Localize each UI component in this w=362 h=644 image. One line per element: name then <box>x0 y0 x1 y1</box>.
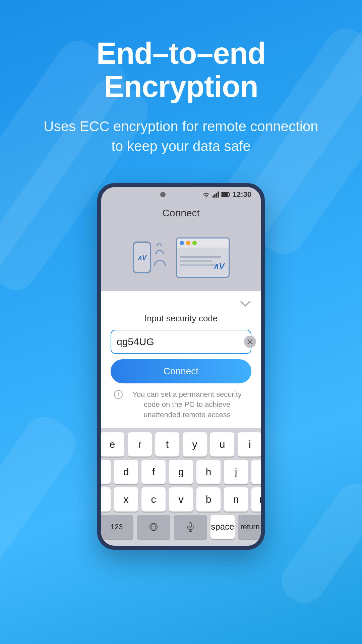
phone-mockup: 12:30 Connect ∧V <box>97 183 265 550</box>
desktop-window: ∧V <box>176 237 230 278</box>
hero-subtitle: Uses ECC encryption for remote connectio… <box>27 117 335 156</box>
microphone-icon <box>187 522 194 532</box>
key-123[interactable]: 123 <box>100 515 133 539</box>
svg-rect-0 <box>213 196 214 198</box>
phone-container: 12:30 Connect ∧V <box>0 183 362 550</box>
globe-icon <box>149 522 158 532</box>
key-r[interactable]: r <box>128 432 152 457</box>
key-m[interactable]: m <box>251 487 265 512</box>
key-space[interactable]: space <box>210 515 235 539</box>
key-e[interactable]: e <box>100 432 124 457</box>
info-icon: i <box>114 390 123 399</box>
battery-icon <box>221 192 231 197</box>
dialog-title: Input security code <box>111 313 251 324</box>
keyboard-row-3: z x c v b n m <box>103 487 259 512</box>
key-u[interactable]: u <box>210 432 234 457</box>
clear-input-button[interactable] <box>244 336 256 348</box>
svg-rect-1 <box>214 194 216 198</box>
signal-animation <box>157 243 166 272</box>
svg-rect-2 <box>216 193 217 198</box>
connect-illustration: ∧V <box>101 224 261 291</box>
hint-text: You can set a permanent security code on… <box>126 389 248 420</box>
keyboard-row-4: 123 <box>103 515 259 539</box>
svg-rect-16 <box>189 523 192 527</box>
hint-row: i You can set a permanent security code … <box>111 388 251 422</box>
av-logo-phone: ∧V <box>137 254 146 262</box>
key-t[interactable]: t <box>155 432 179 457</box>
key-z[interactable]: z <box>97 487 111 512</box>
key-return[interactable]: return <box>238 515 262 539</box>
key-f[interactable]: f <box>141 460 166 484</box>
key-i[interactable]: i <box>238 432 262 457</box>
key-g[interactable]: g <box>169 460 193 484</box>
av-logo-desktop: ∧V <box>213 262 224 271</box>
key-v[interactable]: v <box>169 487 193 512</box>
hero-title: End–to–endEncryption <box>27 37 335 103</box>
wifi-icon <box>202 191 210 198</box>
key-y[interactable]: y <box>183 432 207 457</box>
key-globe[interactable] <box>137 515 170 539</box>
phone-app: Connect ∧V <box>101 202 261 291</box>
key-x[interactable]: x <box>114 487 138 512</box>
key-k[interactable]: k <box>251 460 265 484</box>
security-code-dialog: Input security code Connect i You can se… <box>101 291 261 428</box>
status-right: 12:30 <box>202 190 251 199</box>
key-b[interactable]: b <box>196 487 221 512</box>
key-mic[interactable] <box>174 515 207 539</box>
connect-button[interactable]: Connect <box>111 359 251 383</box>
status-bar: 12:30 <box>101 187 261 202</box>
keyboard-row-2: a s d f g h j k l <box>103 460 259 484</box>
chevron-down-icon <box>240 301 250 307</box>
key-c[interactable]: c <box>141 487 166 512</box>
signal-icon <box>213 192 219 198</box>
svg-rect-3 <box>218 192 219 198</box>
security-code-input[interactable] <box>117 336 244 347</box>
close-dialog-button[interactable] <box>239 298 251 310</box>
status-dot <box>160 192 166 197</box>
svg-rect-5 <box>229 194 230 196</box>
key-n[interactable]: n <box>224 487 248 512</box>
key-h[interactable]: h <box>196 460 221 484</box>
keyboard: q w e r t y u i o p a s d f g h j k <box>101 428 261 546</box>
status-time: 12:30 <box>233 190 251 199</box>
clear-icon <box>247 339 253 345</box>
key-d[interactable]: d <box>114 460 138 484</box>
app-title: Connect <box>101 202 261 224</box>
security-code-input-wrapper[interactable] <box>111 330 251 354</box>
keyboard-row-1: q w e r t y u i o p <box>103 432 259 457</box>
svg-rect-6 <box>222 193 228 196</box>
key-s[interactable]: s <box>97 460 111 484</box>
key-j[interactable]: j <box>224 460 248 484</box>
hero-section: End–to–endEncryption Uses ECC encryption… <box>0 0 362 176</box>
